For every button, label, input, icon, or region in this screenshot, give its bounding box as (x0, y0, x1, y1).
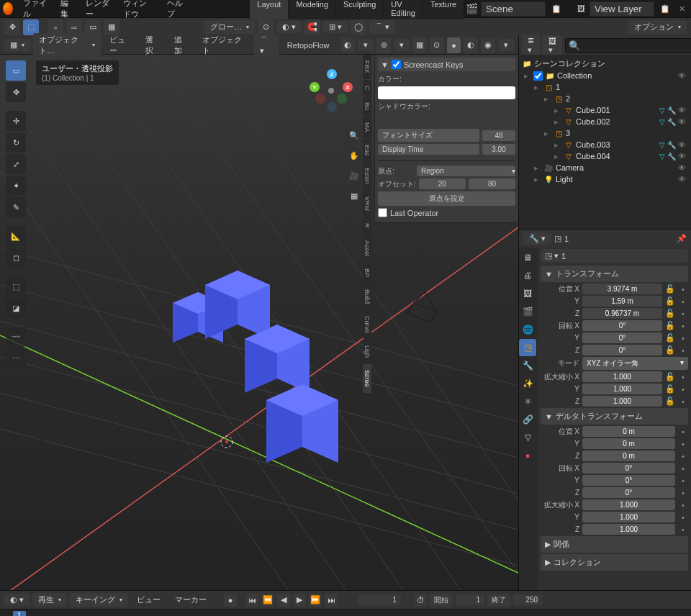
shading-wire-icon[interactable]: ⊙ (430, 37, 444, 53)
gizmo-neg-y-icon[interactable] (337, 94, 347, 104)
gizmo-x-icon[interactable]: X (343, 82, 353, 92)
tab-scene-icon[interactable]: 🎬 (519, 303, 536, 320)
tool-extra-1[interactable]: ⬚ (6, 276, 26, 296)
lock-icon[interactable]: 🔓 (665, 397, 675, 406)
fontsize-field[interactable]: 48 (482, 130, 515, 141)
gizmo-neg-z-icon[interactable] (327, 102, 337, 112)
dloc-x-field[interactable]: 0 m (582, 426, 675, 437)
set-origin-button[interactable]: 原点を設定 (378, 191, 515, 206)
drot-z-field[interactable]: 0° (582, 487, 675, 498)
scene-icon[interactable]: 🎬 (466, 3, 478, 14)
orientation-dropdown[interactable]: ◐ ▾ (276, 21, 302, 33)
shading-dropdown[interactable]: ▾ (498, 39, 514, 51)
screencast-toggle[interactable] (392, 60, 401, 69)
origin-dropdown[interactable]: Region▾ (417, 166, 515, 176)
tree-row[interactable]: ▸▽Cube.003▽ 🔧👁 (520, 139, 690, 150)
hide-icon[interactable]: 👁 (678, 175, 688, 184)
tool-annotate[interactable]: ✎ (6, 197, 26, 217)
lock-icon[interactable]: 🔓 (665, 321, 675, 330)
tab-modeling[interactable]: Modeling (289, 0, 335, 19)
tab-output-icon[interactable]: 🖨 (519, 267, 536, 284)
tree-row[interactable]: ▸◳3 (520, 127, 690, 139)
tree-row[interactable]: ▸◳1 (520, 81, 690, 93)
tool-extra-4[interactable]: ⋯ (6, 348, 26, 368)
cursor-tool-icon[interactable]: ✥ (4, 19, 20, 35)
tool-measure[interactable]: 📐 (6, 226, 26, 246)
jump-end-icon[interactable]: ⏭ (325, 594, 338, 607)
props-crumb-2[interactable]: ◳ ▾ 1 (541, 249, 688, 263)
pivot-icon[interactable]: ⊙ (258, 19, 274, 35)
overlay-dropdown[interactable]: ▾ (394, 39, 410, 51)
npanel-tab[interactable]: Scree (363, 364, 371, 393)
gizmo-z-icon[interactable]: Z (327, 69, 337, 79)
xray-icon[interactable]: ▦ (412, 37, 427, 53)
loc-z-field[interactable]: 0.96737 m (582, 308, 662, 319)
viewlayer-remove-icon[interactable]: ✕ (676, 4, 688, 14)
viewlayer-icon[interactable]: 🖼 (576, 4, 587, 13)
screencast-header[interactable]: ▼ Screencast Keys (378, 58, 515, 71)
autokey-toggle[interactable]: ● (224, 594, 237, 607)
nav-gizmo[interactable]: Z X Y (310, 69, 353, 112)
tab-layout[interactable]: Layout (250, 0, 288, 19)
tree-row[interactable]: ▸📁Collection👁 (520, 70, 690, 81)
hide-icon[interactable]: 👁 (678, 163, 688, 172)
modifier-icon[interactable]: ▽ 🔧 (659, 153, 676, 160)
lock-icon[interactable]: 🔓 (665, 296, 675, 306)
shading-matcap-icon[interactable]: ◐ (464, 37, 478, 53)
keying-menu[interactable]: キーイング (70, 593, 128, 607)
npanel-tab[interactable]: MA (363, 117, 371, 138)
npanel-tab[interactable]: Exten (363, 162, 371, 190)
loc-x-field[interactable]: 3.9274 m (582, 284, 662, 294)
overlay-toggle-icon[interactable]: ⊚ (376, 37, 391, 53)
playback-menu[interactable]: 再生 (32, 593, 67, 607)
interaction-mode-dropdown[interactable]: オブジェクト… (33, 33, 101, 58)
hide-icon[interactable]: 👁 (678, 117, 688, 126)
npanel-tab[interactable]: Bo (363, 96, 371, 116)
disclosure-icon[interactable]: ▸ (554, 140, 561, 150)
scale-z-field[interactable]: 1.000 (582, 396, 662, 407)
disclosure-icon[interactable]: ▸ (554, 152, 561, 161)
disclosure-icon[interactable]: ▸ (534, 175, 541, 184)
lock-icon[interactable]: 🔓 (665, 284, 675, 294)
rot-z-field[interactable]: 0° (582, 345, 662, 355)
drot-x-field[interactable]: 0° (582, 463, 675, 474)
outliner-type-dropdown[interactable]: ≣ ▾ (522, 35, 540, 56)
npanel-tab[interactable]: Asset (363, 235, 371, 263)
pan-icon[interactable]: ✋ (346, 147, 363, 164)
npanel-tab[interactable]: C (363, 80, 371, 96)
modifier-icon[interactable]: ▽ 🔧 (659, 107, 676, 114)
tool-extra-2[interactable]: ◪ (6, 298, 26, 318)
gizmo-toggle-icon[interactable]: ◐ (341, 37, 356, 53)
lock-icon[interactable]: 🔓 (665, 345, 675, 355)
dloc-z-field[interactable]: 0 m (582, 450, 675, 461)
3d-viewport[interactable]: ▭ ✥ ✢ ↻ ⤢ ✦ ✎ 📐 ◻ ⬚ ◪ 〰 ⋯ ユーザー・透視投影 (0, 55, 518, 590)
outliner-display-dropdown[interactable]: 🖼 ▾ (543, 35, 562, 56)
disclosure-icon[interactable]: ▸ (554, 106, 561, 115)
timeline-view-menu[interactable]: ビュー (131, 592, 166, 607)
lock-icon[interactable]: 🔓 (665, 333, 675, 343)
color-field[interactable] (378, 86, 515, 99)
tab-sculpting[interactable]: Sculpting (336, 0, 383, 19)
tab-texture[interactable]: Texture (423, 0, 464, 19)
retopoflow-menu[interactable]: RetopoFlow (281, 39, 335, 52)
menu-window[interactable]: ウィンドウ (117, 0, 160, 22)
outliner-search-input[interactable] (565, 38, 691, 53)
menu-file[interactable]: ファイル (17, 0, 53, 22)
disclosure-icon[interactable]: ▸ (544, 129, 551, 138)
dscale-x-field[interactable]: 1.000 (582, 499, 675, 510)
hide-icon[interactable]: 👁 (678, 152, 688, 160)
end-frame-field[interactable]: 250 (513, 594, 542, 605)
shading-render-icon[interactable]: ◉ (481, 37, 495, 53)
current-frame-field[interactable]: 1 (358, 594, 401, 605)
playhead[interactable]: 1 (13, 611, 26, 616)
tool-scale[interactable]: ⤢ (6, 154, 26, 174)
disclosure-icon[interactable]: ▸ (534, 83, 541, 92)
tool-rotate[interactable]: ↻ (6, 132, 26, 153)
tab-constraints-icon[interactable]: 🔗 (519, 411, 536, 428)
hide-icon[interactable]: 👁 (678, 71, 688, 80)
menu-edit[interactable]: 編集 (55, 0, 78, 22)
blender-logo-icon[interactable] (3, 2, 13, 15)
tool-transform[interactable]: ✦ (6, 176, 26, 196)
npanel-tab[interactable]: Curve (363, 310, 371, 339)
section-delta[interactable]: ▼ デルタトランスフォーム (541, 408, 688, 425)
